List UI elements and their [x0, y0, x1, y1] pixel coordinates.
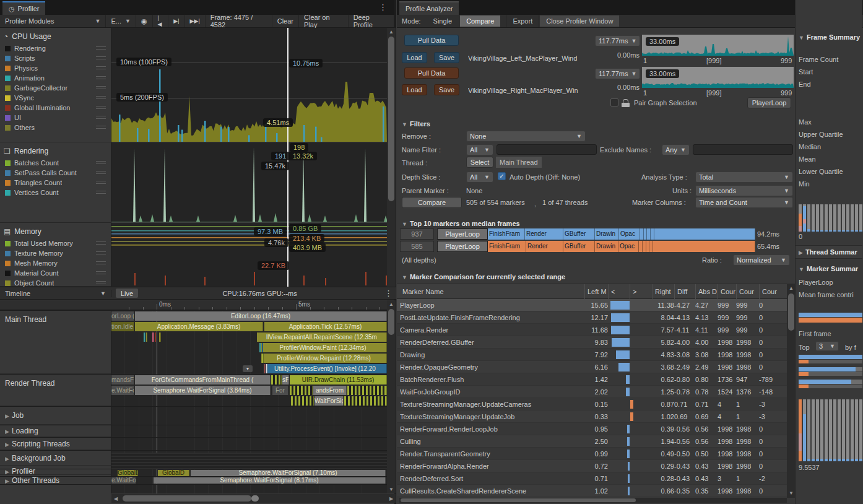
analysis-type-dropdown[interactable]: Total▼	[695, 172, 793, 183]
timeline-marker-bar[interactable]: mandsFromM	[111, 375, 134, 385]
top10-segment[interactable]: Opac	[619, 228, 640, 240]
rendering-chart[interactable]: 19819113.32k15.47k	[111, 143, 387, 223]
top10-segment[interactable]	[653, 241, 755, 252]
timeline-marker-bar[interactable]: ProfilerWindow.Paint (12.34ms)	[259, 343, 387, 352]
legend-item[interactable]: Animation	[0, 73, 111, 83]
timeline-marker-bar[interactable]: Semaphore.WaitForSignal (7.10ms)	[191, 470, 386, 476]
close-profiler-window-button[interactable]: Close Profiler Window	[539, 15, 620, 27]
timeline-marker-bar[interactable]: GlobalD:	[118, 470, 138, 476]
auto-depth-checkbox[interactable]: ✓	[498, 172, 506, 180]
thread-row-render-thread[interactable]: Render Thread	[0, 374, 111, 406]
charts-scrollbar[interactable]: ▲	[387, 28, 396, 287]
legend-item[interactable]: Triangles Count	[0, 178, 111, 188]
timeline-marker-bar[interactable]	[347, 386, 387, 395]
pull-data-left-button[interactable]: Pull Data	[404, 35, 459, 46]
marker-table-hscrollbar-thumb[interactable]	[401, 498, 636, 502]
legend-item[interactable]: Global Illumination	[0, 103, 111, 113]
remove-dropdown[interactable]: None▼	[466, 131, 586, 142]
column-header-8[interactable]: Cour	[736, 284, 759, 299]
drag-handle-icon[interactable]	[96, 46, 106, 50]
column-header-9[interactable]: Cour	[759, 284, 782, 299]
timeline-marker-bar[interactable]	[264, 364, 266, 373]
legend-item[interactable]: Rendering	[0, 43, 111, 53]
top10-playerloop-box[interactable]: PlayerLoop	[437, 228, 488, 240]
timeline-marker-bar[interactable]: Utility.ProcessEvent() [Invoke] (12.20	[264, 364, 387, 373]
timeline-marker-bar[interactable]	[159, 332, 161, 342]
timeline-hscrollbar-cap[interactable]	[251, 495, 259, 502]
deep-profile-button[interactable]: Deep Profile	[349, 15, 394, 27]
marker-summary-header[interactable]: ▼Marker Summar	[799, 265, 858, 272]
timeline-vscrollbar-thumb[interactable]	[388, 309, 394, 335]
profiler-modules-dropdown[interactable]: Profiler Modules▼	[0, 15, 106, 27]
column-header-4[interactable]: Right	[652, 284, 674, 299]
top10-segment[interactable]: GBuffer	[563, 241, 595, 252]
fold-arrow-icon[interactable]: ▶	[5, 413, 9, 419]
timeline-area[interactable]: 0ms5ms orLoop (1.6EditorLoop (16.47ms)ti…	[0, 300, 387, 493]
timeline-marker-bar[interactable]	[262, 354, 264, 363]
collapse-chip[interactable]: ▼	[243, 365, 253, 372]
top10-segment[interactable]	[654, 228, 755, 240]
timeline-marker-bar[interactable]: e.WaitForSigna	[111, 477, 136, 484]
next-frame-button[interactable]: ▶|	[168, 15, 184, 27]
timeline-marker-bar[interactable]	[262, 343, 263, 352]
charts-scrollbar-thumb[interactable]	[388, 37, 394, 201]
legend-item[interactable]: UI	[0, 113, 111, 123]
timeline-ruler[interactable]: 0ms5ms	[0, 300, 387, 310]
top10-segment[interactable]: Render	[526, 241, 563, 252]
playerloop-selection-button[interactable]: PlayerLoop	[747, 97, 791, 108]
top10-segment[interactable]: GBuffer	[563, 228, 595, 240]
top10-segment[interactable]: Opac	[618, 241, 639, 252]
mode-compare-button[interactable]: Compare	[459, 15, 501, 27]
exclude-names-dropdown[interactable]: Any▼	[662, 144, 690, 155]
timeline-marker-bar[interactable]	[155, 332, 156, 342]
module-header[interactable]: ▤Memory	[0, 223, 111, 238]
legend-item[interactable]: Material Count	[0, 268, 111, 278]
live-button[interactable]: Live	[115, 288, 139, 298]
pull-data-right-button[interactable]: Pull Data	[404, 67, 459, 79]
thread-row-scripting-threads[interactable]: ▶Scripting Threads	[0, 437, 111, 450]
timeline-marker-bar[interactable]: sF	[282, 375, 289, 385]
profiler-charts[interactable]: 10ms (100FPS) 5ms (200FPS) 10.75ms4.51ms…	[111, 28, 387, 287]
pair-graph-checkbox[interactable]	[610, 98, 618, 106]
legend-item[interactable]: SetPass Calls Count	[0, 168, 111, 178]
ratio-dropdown[interactable]: Normalized▼	[733, 254, 790, 266]
marker-table-scrollbar[interactable]: ▲ ▼	[787, 284, 796, 498]
top10-segment[interactable]: Drawin	[595, 228, 619, 240]
frame-summary-header[interactable]: ▼Frame Summary	[799, 33, 860, 41]
marker-columns-dropdown[interactable]: Time and Count▼	[695, 197, 793, 208]
timeline-marker-bar[interactable]	[146, 332, 147, 342]
table-row[interactable]: RenderDeferred.GBuffer9.835.82-4.004.001…	[397, 336, 787, 349]
drag-handle-icon[interactable]	[96, 281, 106, 284]
load-left-button[interactable]: Load	[402, 52, 427, 63]
legend-item[interactable]: Physics	[0, 63, 111, 73]
legend-item[interactable]: Others	[0, 123, 111, 133]
scroll-right-icon[interactable]: ▶	[387, 496, 396, 502]
drag-handle-icon[interactable]	[96, 191, 106, 194]
scroll-up-icon[interactable]: ▲	[387, 29, 396, 35]
drag-handle-icon[interactable]	[96, 86, 106, 89]
timeline-menu-icon[interactable]: ⋮	[381, 289, 396, 298]
profiler-menu-icon[interactable]: ⋮	[379, 2, 387, 12]
load-right-button[interactable]: Load	[402, 84, 427, 95]
drag-handle-icon[interactable]	[96, 271, 106, 274]
table-row[interactable]: RenderForwardAlpha.Render0.720.29-0.430.…	[397, 460, 787, 472]
thread-row-job[interactable]: ▶Job	[0, 406, 111, 425]
last-frame-button[interactable]: ▶▶|	[185, 15, 206, 27]
scroll-down-icon[interactable]: ▼	[787, 490, 796, 496]
scroll-up-icon[interactable]: ▲	[387, 302, 396, 307]
table-row[interactable]: RenderDeferred.Sort0.710.28-0.430.4331-2	[397, 472, 787, 485]
export-button[interactable]: Export	[506, 15, 539, 27]
drag-handle-icon[interactable]	[96, 56, 106, 59]
save-right-button[interactable]: Save	[434, 84, 459, 95]
legend-item[interactable]: Batches Count	[0, 158, 111, 168]
drag-handle-icon[interactable]	[96, 241, 106, 245]
cpu-usage-chart[interactable]: 10ms (100FPS) 5ms (200FPS) 10.75ms4.51ms	[111, 28, 387, 142]
drag-handle-icon[interactable]	[96, 106, 106, 109]
marker-comparison-header[interactable]: ▼Marker Comparison for currently selecte…	[402, 273, 565, 280]
legend-item[interactable]: Vertices Count	[0, 188, 111, 198]
tab-profiler[interactable]: ◷ Profiler	[2, 1, 45, 15]
timeline-marker-bar[interactable]	[344, 396, 387, 406]
drag-handle-icon[interactable]	[96, 171, 106, 174]
name-filter-dropdown[interactable]: All▼	[466, 144, 493, 155]
timeline-marker-bar[interactable]: Application.Message (3.83ms)	[135, 322, 263, 331]
